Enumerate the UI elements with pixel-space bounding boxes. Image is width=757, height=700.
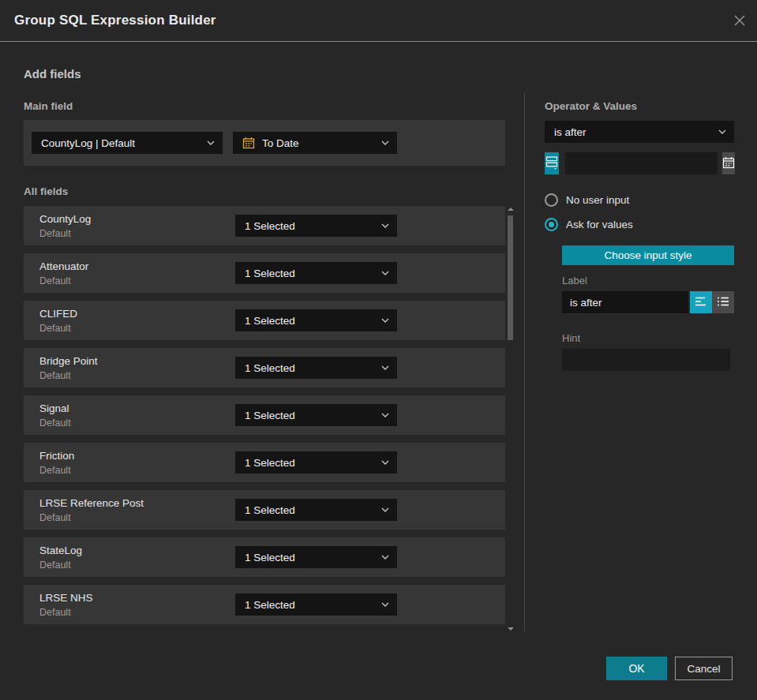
radio-ask-for-values[interactable]: Ask for values <box>545 218 734 231</box>
panel-divider <box>524 93 525 631</box>
calendar-picker-button[interactable] <box>722 152 735 174</box>
scrollbar-thumb[interactable] <box>508 215 513 340</box>
field-selection-value: 1 Selected <box>245 599 377 611</box>
add-fields-heading: Add fields <box>24 67 81 80</box>
label-input[interactable] <box>562 291 688 313</box>
group-sql-expression-builder-dialog: { "titlebar": { "title": "Group SQL Expr… <box>0 0 757 700</box>
chevron-down-icon <box>381 365 389 370</box>
list-style-toggle[interactable] <box>712 291 734 313</box>
field-row-signal: Signal Default 1 Selected <box>24 395 505 435</box>
operator-values-heading: Operator & Values <box>545 100 734 112</box>
field-selection-value: 1 Selected <box>245 410 377 421</box>
scroll-down-arrow[interactable] <box>508 627 514 631</box>
chevron-down-icon <box>718 129 726 134</box>
bulleted-list-icon <box>717 296 729 309</box>
all-fields-label: All fields <box>24 185 68 197</box>
field-row-attenuator: Attenuator Default 1 Selected <box>24 253 505 293</box>
single-value-style-toggle[interactable] <box>690 291 712 313</box>
main-field-label: Main field <box>24 100 73 112</box>
chevron-down-icon <box>207 140 215 145</box>
field-selection-dropdown[interactable]: 1 Selected <box>235 309 397 331</box>
field-selection-dropdown[interactable]: 1 Selected <box>235 357 397 379</box>
dialog-title: Group SQL Expression Builder <box>14 0 216 41</box>
field-selection-value: 1 Selected <box>245 504 377 516</box>
chevron-down-icon <box>381 460 389 465</box>
field-selection-value: 1 Selected <box>245 268 377 279</box>
chevron-down-icon <box>381 555 389 560</box>
radio-circle <box>545 193 558 207</box>
all-fields-list: CountyLog Default 1 Selected Attenuator … <box>24 206 505 632</box>
hint-field-label: Hint <box>562 332 734 344</box>
dialog-footer: OK Cancel <box>606 657 733 680</box>
field-row-statelog: StateLog Default 1 Selected <box>24 537 505 577</box>
label-field-label: Label <box>562 275 734 286</box>
choose-input-style-button[interactable]: Choose input style <box>562 245 734 265</box>
cancel-button[interactable]: Cancel <box>675 657 733 680</box>
date-type-select-value: To Date <box>262 137 377 149</box>
stacked-fields-icon <box>545 155 559 172</box>
chevron-down-icon <box>381 140 389 145</box>
chevron-down-icon <box>381 271 389 275</box>
stacked-fields-button[interactable] <box>545 152 559 174</box>
radio-circle <box>545 218 558 231</box>
radio-no-user-input[interactable]: No user input <box>545 193 734 207</box>
chevron-down-icon <box>381 602 389 607</box>
field-selection-dropdown[interactable]: 1 Selected <box>235 451 397 474</box>
field-selection-dropdown[interactable]: 1 Selected <box>235 499 397 521</box>
operator-select[interactable]: is after <box>545 121 734 143</box>
hint-input[interactable] <box>562 349 730 371</box>
field-selection-dropdown[interactable]: 1 Selected <box>235 404 397 426</box>
field-selection-value: 1 Selected <box>245 362 377 374</box>
field-selection-dropdown[interactable]: 1 Selected <box>235 593 397 616</box>
field-selection-value: 1 Selected <box>245 552 377 563</box>
chevron-down-icon <box>381 413 389 417</box>
field-row-friction: Friction Default 1 Selected <box>24 443 505 482</box>
radio-label: Ask for values <box>566 219 633 230</box>
main-field-box: CountyLog | Default To Date <box>24 120 505 166</box>
chevron-down-icon <box>381 507 389 512</box>
close-button[interactable] <box>733 13 747 28</box>
chevron-down-icon <box>381 223 389 228</box>
field-selection-dropdown[interactable]: 1 Selected <box>235 215 397 237</box>
label-input-row <box>562 291 734 313</box>
field-selection-value: 1 Selected <box>245 315 377 327</box>
field-selection-dropdown[interactable]: 1 Selected <box>235 262 397 284</box>
field-row-countylog: CountyLog Default 1 Selected <box>24 206 505 245</box>
calendar-icon <box>722 156 735 171</box>
field-row-clifed: CLIFED Default 1 Selected <box>24 301 505 340</box>
field-selection-value: 1 Selected <box>245 457 377 469</box>
value-input[interactable] <box>565 152 718 174</box>
date-type-select[interactable]: To Date <box>233 132 397 154</box>
input-style-toggle-group <box>690 291 734 313</box>
align-left-icon <box>695 296 707 309</box>
title-bar: Group SQL Expression Builder <box>0 0 757 42</box>
field-selection-value: 1 Selected <box>245 220 377 232</box>
main-field-select-value: CountyLog | Default <box>41 137 202 149</box>
field-row-lrse-reference-post: LRSE Reference Post Default 1 Selected <box>24 490 505 530</box>
close-icon <box>733 18 747 30</box>
ok-button[interactable]: OK <box>606 657 667 680</box>
chevron-down-icon <box>381 318 389 323</box>
radio-label: No user input <box>566 194 629 206</box>
field-row-lrse-nhs: LRSE NHS Default 1 Selected <box>24 585 505 624</box>
operator-values-panel: Operator & Values is after <box>545 100 734 371</box>
main-field-select[interactable]: CountyLog | Default <box>32 132 223 154</box>
operator-select-value: is after <box>554 126 714 138</box>
calendar-icon <box>242 137 255 149</box>
field-row-bridge-point: Bridge Point Default 1 Selected <box>24 348 505 387</box>
value-input-row <box>545 152 734 174</box>
field-selection-dropdown[interactable]: 1 Selected <box>235 546 397 568</box>
scroll-up-arrow[interactable] <box>508 208 514 211</box>
list-scrollbar <box>507 206 514 632</box>
